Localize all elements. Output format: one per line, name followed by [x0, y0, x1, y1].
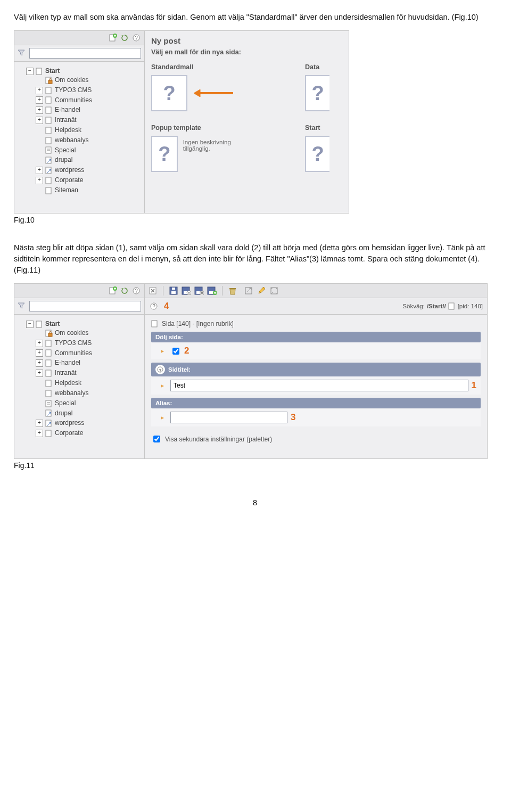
section-hide-page: Dölj sida: [151, 332, 481, 342]
filter-icon[interactable] [18, 302, 26, 310]
filter-icon[interactable] [18, 49, 26, 58]
svg-rect-33 [46, 390, 51, 397]
page-icon [45, 96, 53, 104]
paragraph-2: Nästa steg blir att döpa sidan (1), samt… [14, 242, 496, 276]
tree-root[interactable]: −Start Om cookies+TYPO3 CMS+Communities+… [26, 319, 142, 439]
breadcrumb: Sökväg: /Start// [pid: 140] [402, 302, 483, 310]
tree-item[interactable]: Helpdesk [36, 378, 142, 388]
chevron-right-icon: ▸ [161, 414, 164, 421]
chevron-right-icon: ▸ [161, 382, 164, 389]
page-icon [45, 87, 53, 94]
orange-arrow-icon [193, 88, 235, 99]
fig11-left-toolbar: ? [14, 284, 144, 298]
figure-11-screenshot: ? −Start Om cookies+TYPO3 CMS+Communitie… [14, 283, 488, 459]
tree-item[interactable]: +E-handel [36, 358, 142, 368]
template-standardmall-label: Standardmall [151, 63, 236, 71]
template-standardmall-thumb[interactable]: ? [151, 75, 187, 111]
page-icon [45, 146, 53, 154]
page-icon [45, 380, 53, 387]
new-page-icon[interactable] [108, 33, 118, 43]
tree-item[interactable]: Helpdesk [36, 125, 142, 135]
delete-icon[interactable] [228, 286, 237, 296]
save-icon[interactable] [169, 286, 178, 296]
tree-item[interactable]: +wordpress [36, 165, 142, 175]
refresh-icon[interactable] [120, 33, 129, 43]
tree-item[interactable]: Om cookies [36, 75, 142, 85]
edit-icon[interactable] [257, 286, 266, 296]
fig10-page-tree: −Start Om cookies+TYPO3 CMS+Communities+… [14, 62, 144, 200]
tree-item[interactable]: +TYPO3 CMS [36, 338, 142, 348]
annotation-4: 4 [164, 301, 169, 311]
svg-rect-9 [46, 107, 51, 113]
fig10-subtitle: Välj en mall för din nya sida: [151, 48, 342, 56]
fig11-page-tree: −Start Om cookies+TYPO3 CMS+Communities+… [14, 315, 144, 442]
tree-item[interactable]: Om cookies [36, 328, 142, 338]
svg-rect-18 [46, 177, 51, 184]
show-secondary-checkbox[interactable] [153, 436, 160, 442]
refresh-icon[interactable] [120, 286, 129, 296]
svg-rect-42 [171, 291, 176, 294]
tree-item[interactable]: webbanalys [36, 135, 142, 145]
new-page-icon[interactable] [108, 286, 118, 296]
tree-item[interactable]: +Communities [36, 348, 142, 358]
tree-item[interactable]: +Communities [36, 95, 142, 105]
tree-item[interactable]: webbanalys [36, 388, 142, 398]
svg-rect-34 [46, 400, 51, 407]
help-icon[interactable]: ? [131, 286, 141, 296]
hide-page-checkbox[interactable] [172, 348, 179, 355]
page-icon [45, 340, 53, 347]
tree-item[interactable]: drupal [36, 408, 142, 419]
tree-item[interactable]: +Intranät [36, 368, 142, 378]
tree-item[interactable]: +E-handel [36, 105, 142, 115]
help-icon[interactable]: ? [155, 365, 165, 374]
close-icon[interactable] [148, 286, 158, 296]
template-start-thumb[interactable]: ? [305, 136, 329, 172]
open-new-window-icon[interactable] [244, 286, 253, 296]
record-crumb: Sida [140] - [Ingen rubrik] [151, 320, 481, 327]
annotation-3: 3 [291, 412, 295, 423]
tree-item[interactable]: +wordpress [36, 418, 142, 428]
tree-item[interactable]: +Corporate [36, 175, 142, 185]
alias-input[interactable] [170, 412, 287, 423]
figure-10-label: Fig.10 [14, 216, 496, 224]
save-close-icon[interactable] [194, 286, 204, 296]
svg-rect-19 [46, 187, 51, 194]
save-view-icon[interactable] [182, 286, 191, 296]
annotation-2: 2 [184, 346, 189, 356]
page-icon [45, 430, 53, 437]
svg-rect-32 [46, 380, 51, 387]
tree-item[interactable]: +TYPO3 CMS [36, 85, 142, 95]
help-icon[interactable]: ? [149, 301, 159, 311]
page-number: 8 [14, 498, 496, 507]
tree-item[interactable]: Special [36, 398, 142, 408]
svg-rect-28 [46, 340, 51, 347]
filter-input[interactable] [29, 301, 141, 311]
tree-item[interactable]: +Corporate [36, 428, 142, 438]
save-new-icon[interactable] [207, 286, 217, 296]
tree-root[interactable]: −Start Om cookies+TYPO3 CMS+Communities+… [26, 66, 142, 196]
template-popup-thumb[interactable]: ? [151, 136, 178, 172]
svg-rect-52 [209, 291, 213, 294]
filter-input[interactable] [29, 48, 141, 59]
svg-rect-25 [36, 321, 42, 327]
page-icon [45, 77, 53, 84]
svg-rect-12 [46, 137, 51, 144]
page-icon [45, 359, 53, 367]
tree-item[interactable]: Special [36, 145, 142, 155]
page-icon [45, 167, 53, 174]
tree-item[interactable]: Siteman [36, 185, 142, 195]
page-title-input[interactable] [170, 380, 468, 391]
svg-rect-29 [46, 350, 51, 356]
template-popup-label: Popup template [151, 124, 236, 132]
figure-10-screenshot: ? −Start Om cookies+TYPO3 CMS+Communitie… [14, 30, 349, 214]
svg-rect-11 [46, 127, 51, 134]
page-icon [45, 157, 53, 164]
fig10-title: Ny post [151, 36, 342, 45]
tree-item[interactable]: +Intranät [36, 115, 142, 125]
template-data-thumb[interactable]: ? [305, 75, 329, 111]
expand-icon[interactable] [269, 286, 279, 296]
section-alias: Alias: [151, 398, 481, 408]
help-icon[interactable]: ? [131, 33, 141, 43]
svg-rect-4 [36, 68, 42, 75]
tree-item[interactable]: drupal [36, 155, 142, 165]
